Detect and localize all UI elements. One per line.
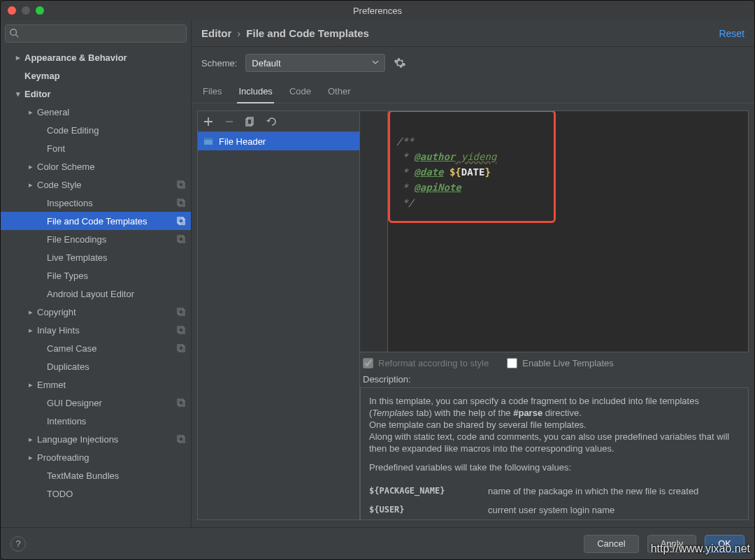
cancel-button[interactable]: Cancel <box>584 535 638 553</box>
sidebar-item-duplicates[interactable]: Duplicates <box>1 357 191 375</box>
tab-files[interactable]: Files <box>201 83 223 103</box>
scheme-indicator-icon <box>177 235 185 243</box>
svg-rect-14 <box>178 345 183 350</box>
sidebar-item-label: Intentions <box>47 416 191 426</box>
sidebar-item-label: File Types <box>47 271 191 281</box>
editor-options: Reformat according to style Enable Live … <box>360 352 749 374</box>
svg-rect-19 <box>179 437 185 443</box>
settings-tree[interactable]: ▸Appearance & BehaviorKeymap▾Editor▸Gene… <box>1 45 191 527</box>
sidebar-item-gui-designer[interactable]: GUI Designer <box>1 394 191 412</box>
template-tabs: FilesIncludesCodeOther <box>192 76 754 103</box>
variable-row: ${DATE}current system date <box>369 519 740 520</box>
gear-icon[interactable] <box>394 57 406 69</box>
sidebar-item-label: Keymap <box>24 71 191 81</box>
svg-rect-16 <box>178 399 183 405</box>
svg-rect-2 <box>178 181 183 187</box>
window-title: Preferences <box>1 6 754 16</box>
file-icon <box>203 136 215 146</box>
help-button[interactable]: ? <box>10 536 26 552</box>
sidebar-item-copyright[interactable]: ▸Copyright <box>1 303 191 321</box>
templates-content: File Header /** * @author yideng * @date… <box>192 103 754 527</box>
sidebar-item-general[interactable]: ▸General <box>1 103 191 121</box>
copy-icon[interactable] <box>245 117 258 127</box>
search-input[interactable] <box>5 24 187 43</box>
sidebar-item-keymap[interactable]: Keymap <box>1 66 191 85</box>
scheme-row: Scheme: Default <box>192 47 754 76</box>
svg-rect-15 <box>179 346 185 352</box>
preferences-window: Preferences ▸Appearance & BehaviorKeymap… <box>0 0 755 560</box>
scheme-indicator-icon <box>177 217 185 225</box>
code-editor[interactable]: /** * @author yideng * @date ${DATE} * @… <box>360 110 749 352</box>
remove-icon <box>224 117 237 127</box>
sidebar-item-label: TODO <box>47 489 191 499</box>
sidebar-item-language-injections[interactable]: ▸Language Injections <box>1 430 191 448</box>
svg-point-0 <box>10 29 17 36</box>
sidebar-item-label: General <box>37 107 191 117</box>
sidebar-item-appearance-behavior[interactable]: ▸Appearance & Behavior <box>1 48 191 66</box>
scheme-indicator-icon <box>177 180 185 189</box>
sidebar-item-todo[interactable]: TODO <box>1 484 191 503</box>
chevron-right-icon: ▸ <box>26 108 36 117</box>
sidebar-item-camel-case[interactable]: Camel Case <box>1 339 191 357</box>
tab-includes[interactable]: Includes <box>237 83 273 103</box>
template-list[interactable]: File Header <box>198 132 359 519</box>
sidebar-item-label: Color Scheme <box>37 161 191 172</box>
watermark: http://www.yixao.net <box>651 543 750 555</box>
chevron-right-icon: › <box>237 27 240 39</box>
editor-gutter <box>360 111 388 352</box>
code-area[interactable]: /** * @author yideng * @date ${DATE} * @… <box>388 111 748 352</box>
variable-name: ${USER} <box>369 504 488 516</box>
tab-other[interactable]: Other <box>326 83 352 103</box>
sidebar-item-label: Live Templates <box>47 252 191 263</box>
titlebar: Preferences <box>1 1 754 20</box>
reset-link[interactable]: Reset <box>719 28 745 39</box>
search-field[interactable] <box>5 24 187 43</box>
sidebar-item-label: Editor <box>24 89 191 99</box>
tab-code[interactable]: Code <box>288 83 312 103</box>
description-label: Description: <box>360 374 749 387</box>
sidebar-item-live-templates[interactable]: Live Templates <box>1 248 191 266</box>
sidebar: ▸Appearance & BehaviorKeymap▾Editor▸Gene… <box>1 20 192 527</box>
template-item-file-header[interactable]: File Header <box>198 132 359 150</box>
template-editor-panel: /** * @author yideng * @date ${DATE} * @… <box>360 110 749 520</box>
sidebar-item-inlay-hints[interactable]: ▸Inlay Hints <box>1 321 191 339</box>
sidebar-item-font[interactable]: Font <box>1 139 191 157</box>
svg-rect-6 <box>178 217 183 223</box>
sidebar-item-inspections[interactable]: Inspections <box>1 194 191 212</box>
enable-live-label: Enable Live Templates <box>522 358 614 368</box>
template-toolbar <box>198 111 359 132</box>
add-icon[interactable] <box>203 117 216 127</box>
search-icon <box>9 28 19 38</box>
scheme-indicator-icon <box>177 326 185 334</box>
template-item-label: File Header <box>219 136 266 147</box>
revert-icon[interactable] <box>266 117 279 127</box>
sidebar-item-file-encodings[interactable]: File Encodings <box>1 230 191 248</box>
scheme-indicator-icon <box>177 399 185 407</box>
enable-live-checkbox[interactable]: Enable Live Templates <box>507 358 614 368</box>
sidebar-item-color-scheme[interactable]: ▸Color Scheme <box>1 157 191 175</box>
sidebar-item-android-layout-editor[interactable]: Android Layout Editor <box>1 285 191 303</box>
sidebar-item-textmate-bundles[interactable]: TextMate Bundles <box>1 466 191 484</box>
chevron-right-icon: ▸ <box>26 180 36 189</box>
sidebar-item-file-types[interactable]: File Types <box>1 266 191 285</box>
chevron-right-icon: ▸ <box>26 326 36 335</box>
sidebar-item-code-editing[interactable]: Code Editing <box>1 121 191 139</box>
sidebar-item-proofreading[interactable]: ▸Proofreading <box>1 448 191 466</box>
sidebar-item-code-style[interactable]: ▸Code Style <box>1 175 191 194</box>
scheme-indicator-icon <box>177 344 185 352</box>
description-box[interactable]: In this template, you can specify a code… <box>360 387 749 520</box>
sidebar-item-emmet[interactable]: ▸Emmet <box>1 375 191 394</box>
sidebar-item-label: Language Injections <box>37 434 191 445</box>
sidebar-item-label: Inspections <box>47 198 191 208</box>
enable-live-checkbox-input[interactable] <box>507 358 517 368</box>
svg-rect-7 <box>179 219 185 224</box>
sidebar-item-label: Android Layout Editor <box>47 289 191 299</box>
variable-desc: current user system login name <box>488 504 740 516</box>
sidebar-item-label: File and Code Templates <box>47 216 191 227</box>
scheme-select[interactable]: Default <box>245 54 385 72</box>
scheme-indicator-icon <box>177 199 185 207</box>
sidebar-item-file-and-code-templates[interactable]: File and Code Templates <box>1 212 191 230</box>
sidebar-item-label: Proofreading <box>37 452 191 463</box>
sidebar-item-intentions[interactable]: Intentions <box>1 412 191 430</box>
sidebar-item-editor[interactable]: ▾Editor <box>1 85 191 103</box>
